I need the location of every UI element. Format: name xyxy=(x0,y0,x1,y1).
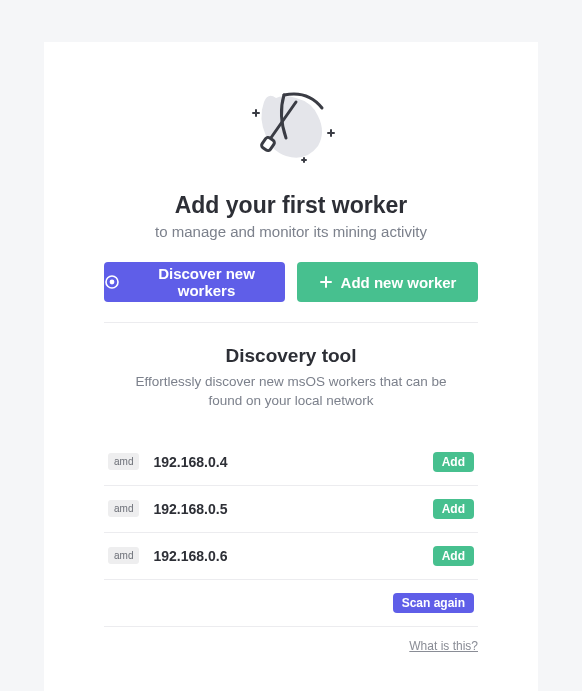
discovery-title: Discovery tool xyxy=(104,345,478,367)
gpu-badge: amd xyxy=(108,547,139,564)
worker-ip: 192.168.0.5 xyxy=(153,501,432,517)
scan-row: Scan again xyxy=(104,580,478,627)
discover-workers-button[interactable]: Discover new workers xyxy=(104,262,285,302)
scan-again-button[interactable]: Scan again xyxy=(393,593,474,613)
list-item: amd 192.168.0.4 Add xyxy=(104,439,478,486)
divider xyxy=(104,322,478,323)
add-worker-button[interactable]: Add new worker xyxy=(297,262,478,302)
button-row: Discover new workers Add new worker xyxy=(104,262,478,302)
pickaxe-illustration xyxy=(104,80,478,170)
add-worker-label: Add new worker xyxy=(341,274,457,291)
discovery-subtitle: Effortlessly discover new msOS workers t… xyxy=(104,373,478,411)
what-is-this-link[interactable]: What is this? xyxy=(409,639,478,653)
pickaxe-icon xyxy=(236,80,346,170)
worker-ip: 192.168.0.6 xyxy=(153,548,432,564)
radar-icon xyxy=(104,274,120,290)
add-button[interactable]: Add xyxy=(433,452,474,472)
gpu-badge: amd xyxy=(108,500,139,517)
discovery-section: Discovery tool Effortlessly discover new… xyxy=(104,345,478,653)
hero: Add your first worker to manage and moni… xyxy=(104,80,478,302)
gpu-badge: amd xyxy=(108,453,139,470)
page-title: Add your first worker xyxy=(104,192,478,219)
help-row: What is this? xyxy=(104,639,478,653)
add-button[interactable]: Add xyxy=(433,499,474,519)
discover-workers-label: Discover new workers xyxy=(128,265,285,299)
page-subtitle: to manage and monitor its mining activit… xyxy=(104,223,478,240)
worker-ip: 192.168.0.4 xyxy=(153,454,432,470)
worker-list: amd 192.168.0.4 Add amd 192.168.0.5 Add … xyxy=(104,439,478,627)
svg-rect-1 xyxy=(260,136,275,152)
svg-point-9 xyxy=(110,280,115,285)
card: Add your first worker to manage and moni… xyxy=(44,42,538,691)
plus-icon xyxy=(319,275,333,289)
list-item: amd 192.168.0.6 Add xyxy=(104,533,478,580)
add-button[interactable]: Add xyxy=(433,546,474,566)
list-item: amd 192.168.0.5 Add xyxy=(104,486,478,533)
